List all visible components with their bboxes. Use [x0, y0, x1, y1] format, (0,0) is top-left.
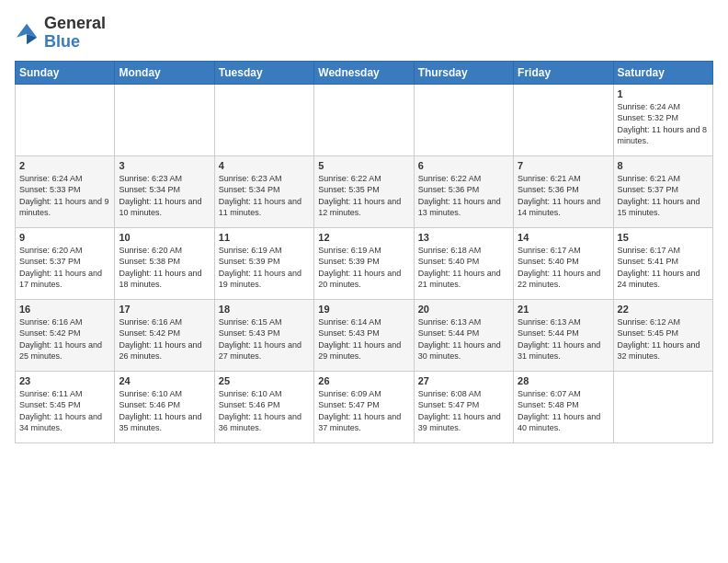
day-info: Sunrise: 6:19 AM Sunset: 5:39 PM Dayligh… [219, 245, 310, 291]
logo-icon [15, 20, 40, 46]
day-number: 11 [219, 232, 310, 243]
day-info: Sunrise: 6:20 AM Sunset: 5:37 PM Dayligh… [19, 245, 110, 291]
day-number: 1 [618, 88, 709, 99]
day-number: 20 [418, 304, 509, 315]
calendar-cell [613, 371, 712, 442]
week-row-4: 16Sunrise: 6:16 AM Sunset: 5:42 PM Dayli… [16, 299, 713, 371]
day-info: Sunrise: 6:16 AM Sunset: 5:42 PM Dayligh… [119, 316, 210, 362]
calendar-cell: 23Sunrise: 6:11 AM Sunset: 5:45 PM Dayli… [16, 371, 115, 442]
calendar-cell: 8Sunrise: 6:21 AM Sunset: 5:37 PM Daylig… [613, 155, 712, 227]
header: General Blue [15, 15, 713, 52]
calendar-cell [115, 84, 214, 155]
calendar-cell: 14Sunrise: 6:17 AM Sunset: 5:40 PM Dayli… [514, 227, 613, 299]
day-info: Sunrise: 6:16 AM Sunset: 5:42 PM Dayligh… [19, 316, 110, 362]
calendar-cell: 11Sunrise: 6:19 AM Sunset: 5:39 PM Dayli… [214, 227, 313, 299]
header-day-sunday: Sunday [16, 61, 115, 84]
logo: General Blue [15, 15, 106, 52]
day-info: Sunrise: 6:23 AM Sunset: 5:34 PM Dayligh… [119, 173, 210, 219]
header-row: SundayMondayTuesdayWednesdayThursdayFrid… [16, 61, 713, 84]
header-day-saturday: Saturday [613, 61, 712, 84]
day-number: 15 [618, 232, 709, 243]
calendar-cell: 3Sunrise: 6:23 AM Sunset: 5:34 PM Daylig… [115, 155, 214, 227]
calendar-cell: 26Sunrise: 6:09 AM Sunset: 5:47 PM Dayli… [314, 371, 414, 442]
day-number: 27 [418, 375, 509, 386]
calendar-cell: 27Sunrise: 6:08 AM Sunset: 5:47 PM Dayli… [414, 371, 513, 442]
calendar-cell: 21Sunrise: 6:13 AM Sunset: 5:44 PM Dayli… [514, 299, 613, 371]
day-info: Sunrise: 6:13 AM Sunset: 5:44 PM Dayligh… [518, 316, 609, 362]
day-number: 4 [219, 160, 310, 171]
calendar-cell: 20Sunrise: 6:13 AM Sunset: 5:44 PM Dayli… [414, 299, 513, 371]
day-info: Sunrise: 6:22 AM Sunset: 5:36 PM Dayligh… [418, 173, 509, 219]
day-info: Sunrise: 6:15 AM Sunset: 5:43 PM Dayligh… [219, 316, 310, 362]
day-number: 7 [518, 160, 609, 171]
day-info: Sunrise: 6:11 AM Sunset: 5:45 PM Dayligh… [19, 388, 110, 434]
calendar-cell: 13Sunrise: 6:18 AM Sunset: 5:40 PM Dayli… [414, 227, 513, 299]
calendar-cell: 24Sunrise: 6:10 AM Sunset: 5:46 PM Dayli… [115, 371, 214, 442]
day-number: 28 [518, 375, 609, 386]
header-day-wednesday: Wednesday [314, 61, 414, 84]
day-number: 10 [119, 232, 210, 243]
calendar-cell: 17Sunrise: 6:16 AM Sunset: 5:42 PM Dayli… [115, 299, 214, 371]
day-number: 12 [318, 232, 409, 243]
calendar-cell [214, 84, 313, 155]
day-number: 14 [518, 232, 609, 243]
day-number: 16 [19, 304, 110, 315]
day-info: Sunrise: 6:14 AM Sunset: 5:43 PM Dayligh… [318, 316, 409, 362]
calendar-cell: 22Sunrise: 6:12 AM Sunset: 5:45 PM Dayli… [613, 299, 712, 371]
calendar-cell: 16Sunrise: 6:16 AM Sunset: 5:42 PM Dayli… [16, 299, 115, 371]
day-number: 22 [618, 304, 709, 315]
day-number: 18 [219, 304, 310, 315]
header-day-monday: Monday [115, 61, 214, 84]
header-day-friday: Friday [514, 61, 613, 84]
calendar-table: SundayMondayTuesdayWednesdayThursdayFrid… [15, 61, 713, 443]
calendar-cell: 7Sunrise: 6:21 AM Sunset: 5:36 PM Daylig… [514, 155, 613, 227]
header-day-thursday: Thursday [414, 61, 513, 84]
day-info: Sunrise: 6:18 AM Sunset: 5:40 PM Dayligh… [418, 245, 509, 291]
day-info: Sunrise: 6:07 AM Sunset: 5:48 PM Dayligh… [518, 388, 609, 434]
calendar-cell: 18Sunrise: 6:15 AM Sunset: 5:43 PM Dayli… [214, 299, 313, 371]
svg-marker-0 [17, 24, 37, 38]
calendar-cell: 9Sunrise: 6:20 AM Sunset: 5:37 PM Daylig… [16, 227, 115, 299]
calendar-cell: 12Sunrise: 6:19 AM Sunset: 5:39 PM Dayli… [314, 227, 414, 299]
calendar-cell: 19Sunrise: 6:14 AM Sunset: 5:43 PM Dayli… [314, 299, 414, 371]
day-number: 2 [19, 160, 110, 171]
calendar-cell [514, 84, 613, 155]
day-info: Sunrise: 6:17 AM Sunset: 5:40 PM Dayligh… [518, 245, 609, 291]
day-info: Sunrise: 6:21 AM Sunset: 5:37 PM Dayligh… [618, 173, 709, 219]
day-info: Sunrise: 6:12 AM Sunset: 5:45 PM Dayligh… [618, 316, 709, 362]
calendar-cell [16, 84, 115, 155]
calendar-cell [414, 84, 513, 155]
day-info: Sunrise: 6:17 AM Sunset: 5:41 PM Dayligh… [618, 245, 709, 291]
day-info: Sunrise: 6:20 AM Sunset: 5:38 PM Dayligh… [119, 245, 210, 291]
week-row-2: 2Sunrise: 6:24 AM Sunset: 5:33 PM Daylig… [16, 155, 713, 227]
day-info: Sunrise: 6:24 AM Sunset: 5:33 PM Dayligh… [19, 173, 110, 219]
week-row-1: 1Sunrise: 6:24 AM Sunset: 5:32 PM Daylig… [16, 84, 713, 155]
calendar-cell: 15Sunrise: 6:17 AM Sunset: 5:41 PM Dayli… [613, 227, 712, 299]
calendar-cell: 10Sunrise: 6:20 AM Sunset: 5:38 PM Dayli… [115, 227, 214, 299]
calendar-cell: 6Sunrise: 6:22 AM Sunset: 5:36 PM Daylig… [414, 155, 513, 227]
day-info: Sunrise: 6:09 AM Sunset: 5:47 PM Dayligh… [318, 388, 409, 434]
calendar-cell: 2Sunrise: 6:24 AM Sunset: 5:33 PM Daylig… [16, 155, 115, 227]
day-info: Sunrise: 6:22 AM Sunset: 5:35 PM Dayligh… [318, 173, 409, 219]
day-number: 17 [119, 304, 210, 315]
logo-text: General Blue [44, 15, 106, 52]
day-number: 5 [318, 160, 409, 171]
calendar-cell: 4Sunrise: 6:23 AM Sunset: 5:34 PM Daylig… [214, 155, 313, 227]
day-number: 6 [418, 160, 509, 171]
day-number: 21 [518, 304, 609, 315]
day-info: Sunrise: 6:13 AM Sunset: 5:44 PM Dayligh… [418, 316, 509, 362]
day-info: Sunrise: 6:21 AM Sunset: 5:36 PM Dayligh… [518, 173, 609, 219]
day-info: Sunrise: 6:23 AM Sunset: 5:34 PM Dayligh… [219, 173, 310, 219]
day-number: 26 [318, 375, 409, 386]
day-number: 3 [119, 160, 210, 171]
calendar-cell: 1Sunrise: 6:24 AM Sunset: 5:32 PM Daylig… [613, 84, 712, 155]
day-number: 23 [19, 375, 110, 386]
day-info: Sunrise: 6:08 AM Sunset: 5:47 PM Dayligh… [418, 388, 509, 434]
day-info: Sunrise: 6:19 AM Sunset: 5:39 PM Dayligh… [318, 245, 409, 291]
page: General Blue SundayMondayTuesdayWednesda… [0, 0, 728, 563]
week-row-5: 23Sunrise: 6:11 AM Sunset: 5:45 PM Dayli… [16, 371, 713, 442]
calendar-cell: 25Sunrise: 6:10 AM Sunset: 5:46 PM Dayli… [214, 371, 313, 442]
day-number: 19 [318, 304, 409, 315]
calendar-cell [314, 84, 414, 155]
day-number: 13 [418, 232, 509, 243]
